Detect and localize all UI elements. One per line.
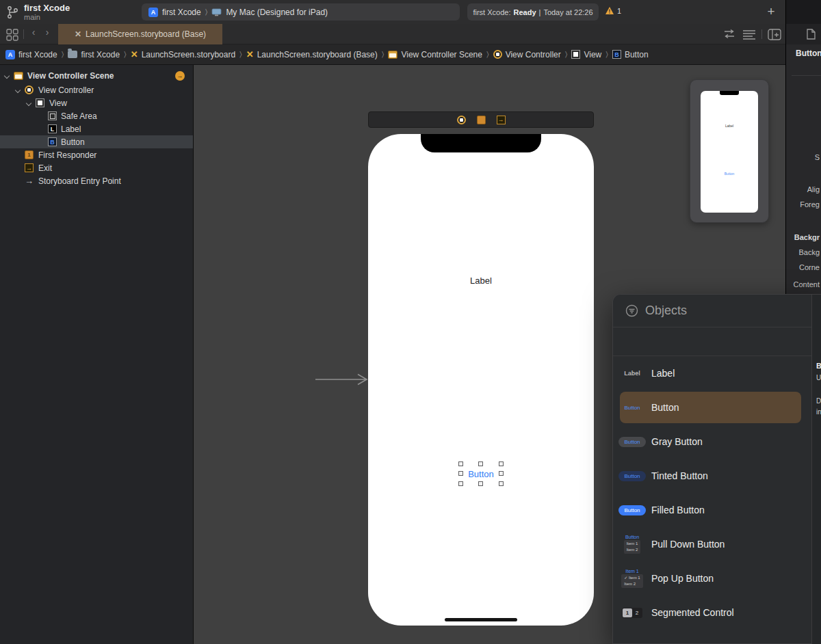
preview-button-text: Button bbox=[701, 172, 758, 176]
detail-subtitle-fragment: U bbox=[816, 374, 821, 381]
label-icon: L bbox=[48, 124, 57, 133]
jumpbar-item-view-controller[interactable]: View Controller bbox=[493, 50, 561, 59]
status-time: Today at 22:26 bbox=[543, 8, 592, 16]
outline-row-view-controller[interactable]: View Controller bbox=[0, 83, 193, 96]
scene-icon bbox=[14, 72, 23, 80]
warning-icon bbox=[605, 6, 614, 15]
jumpbar-item-scene[interactable]: View Controller Scene bbox=[388, 50, 482, 59]
preview-label-text: Label bbox=[701, 124, 758, 128]
view-controller-dock-icon[interactable] bbox=[457, 116, 466, 124]
first-responder-dock-icon[interactable] bbox=[477, 116, 486, 124]
tabbar-divider bbox=[23, 29, 24, 39]
jumpbar-item-storyboard[interactable]: ✕ LaunchScreen.storyboard bbox=[131, 50, 235, 59]
jumpbar-item-button[interactable]: B Button bbox=[612, 50, 649, 59]
disclosure-chevron-icon[interactable] bbox=[26, 100, 31, 106]
jumpbar-separator: 〉 bbox=[124, 50, 127, 59]
warning-badge[interactable]: 1 bbox=[605, 6, 621, 15]
library-item-name: Gray Button bbox=[651, 436, 703, 447]
outline-label: Storyboard Entry Point bbox=[38, 176, 121, 186]
jumpbar-item-project[interactable]: A first Xcode bbox=[5, 50, 57, 59]
outline-row-exit[interactable]: → Exit bbox=[0, 161, 193, 174]
library-item-pull-down-button[interactable]: Button Item 1 Item 2 Pull Down Button bbox=[613, 527, 811, 561]
add-editor-icon[interactable] bbox=[768, 29, 781, 40]
library-item-name: Tinted Button bbox=[651, 470, 708, 481]
inspector-tab-strip bbox=[786, 24, 821, 44]
project-branch-area[interactable]: first Xcode main bbox=[7, 3, 70, 21]
library-item-gray-button[interactable]: Button Gray Button bbox=[613, 425, 811, 459]
library-search-area[interactable] bbox=[613, 327, 811, 356]
jumpbar-item-storyboard-base[interactable]: ✕ LaunchScreen.storyboard (Base) bbox=[246, 50, 378, 59]
scheme-selector[interactable]: A first Xcode 〉 My Mac (Designed for iPa… bbox=[142, 3, 460, 21]
forward-button[interactable]: › bbox=[41, 27, 53, 38]
selection-handle[interactable] bbox=[499, 471, 504, 476]
scheme-target[interactable]: first Xcode bbox=[162, 8, 201, 17]
first-responder-icon: 1 bbox=[25, 150, 34, 159]
exit-icon: → bbox=[25, 163, 34, 172]
library-item-name: Segmented Control bbox=[651, 607, 734, 618]
jumpbar-item-group[interactable]: first Xcode bbox=[68, 50, 120, 59]
scene-icon bbox=[388, 51, 398, 59]
outline-row-safe-area[interactable]: Safe Area bbox=[0, 109, 193, 122]
gray-button-preview-icon: Button bbox=[618, 437, 645, 447]
inspector-field-background: Backg bbox=[798, 248, 820, 256]
tinted-button-preview-icon: Button bbox=[618, 471, 645, 481]
scheme-destination[interactable]: My Mac (Designed for iPad) bbox=[226, 8, 328, 17]
library-item-button[interactable]: Button Button bbox=[613, 390, 811, 425]
pull-down-preview-title: Button bbox=[625, 535, 639, 539]
segment-1: 1 bbox=[623, 608, 632, 617]
filled-button-preview-icon: Button bbox=[618, 505, 645, 515]
back-button[interactable]: ‹ bbox=[27, 27, 40, 38]
outline-row-scene[interactable]: View Controller Scene → bbox=[0, 68, 193, 83]
disclosure-chevron-icon[interactable] bbox=[4, 73, 10, 79]
selection-handle[interactable] bbox=[478, 481, 483, 486]
jumpbar-separator: 〉 bbox=[486, 50, 489, 59]
project-icon: A bbox=[5, 50, 15, 59]
outline-row-entry-point[interactable]: → Storyboard Entry Point bbox=[0, 174, 193, 187]
activity-status: first Xcode: Ready | Today at 22:26 bbox=[467, 3, 599, 21]
outline-row-view[interactable]: View bbox=[0, 96, 193, 109]
selection-handle[interactable] bbox=[478, 461, 483, 466]
code-review-icon[interactable] bbox=[722, 29, 737, 40]
jumpbar-label: LaunchScreen.storyboard (Base) bbox=[257, 50, 378, 59]
device-preview-thumbnail[interactable]: Label Button bbox=[690, 79, 769, 223]
view-controller-icon bbox=[493, 50, 502, 59]
library-item-segmented-control[interactable]: 1 2 Segmented Control bbox=[613, 595, 811, 630]
library-item-label[interactable]: Label Label bbox=[613, 356, 811, 390]
library-item-filled-button[interactable]: Button Filled Button bbox=[613, 493, 811, 527]
jumpbar-label: LaunchScreen.storyboard bbox=[142, 50, 235, 59]
library-item-pop-up-button[interactable]: Item 1 ✓ Item 1 Item 2 Pop Up Button bbox=[613, 561, 811, 595]
selection-handle[interactable] bbox=[458, 471, 463, 476]
storyboard-entry-arrow-icon[interactable] bbox=[314, 373, 370, 386]
selection-handle[interactable] bbox=[499, 461, 504, 466]
outline-label: Safe Area bbox=[61, 111, 97, 121]
canvas-selected-button[interactable]: Button bbox=[457, 460, 505, 487]
pop-up-preview-title: Item 1 bbox=[625, 569, 638, 574]
file-inspector-icon[interactable] bbox=[807, 29, 816, 40]
canvas-label[interactable]: Label bbox=[368, 276, 594, 286]
canvas-button-title[interactable]: Button bbox=[457, 469, 505, 479]
selection-handle[interactable] bbox=[499, 481, 504, 486]
view-controller-device-frame[interactable]: Label Button bbox=[368, 134, 594, 626]
detail-title-fragment: B bbox=[816, 362, 821, 370]
jumpbar-separator: 〉 bbox=[239, 50, 242, 59]
entry-point-badge-icon[interactable]: → bbox=[175, 71, 185, 81]
library-item-tinted-button[interactable]: Button Tinted Button bbox=[613, 459, 811, 493]
selection-handle[interactable] bbox=[458, 461, 463, 466]
tab-launchscreen-storyboard[interactable]: ✕ LaunchScreen.storyboard (Base) bbox=[58, 24, 222, 44]
selection-handle[interactable] bbox=[458, 481, 463, 486]
detail-description-fragment-2: in bbox=[816, 408, 821, 416]
editor-options-icon[interactable] bbox=[742, 29, 756, 40]
filter-icon[interactable] bbox=[625, 304, 638, 317]
tabbar-divider-right bbox=[761, 29, 762, 39]
label-preview-icon: Label bbox=[624, 370, 640, 377]
outline-row-first-responder[interactable]: 1 First Responder bbox=[0, 148, 193, 161]
jumpbar-label: Button bbox=[625, 50, 649, 59]
exit-dock-icon[interactable]: → bbox=[497, 116, 506, 124]
jumpbar-item-view[interactable]: View bbox=[571, 50, 601, 59]
disclosure-chevron-icon[interactable] bbox=[15, 88, 21, 93]
view-controller-icon bbox=[25, 85, 34, 94]
library-add-button[interactable]: + bbox=[762, 3, 780, 21]
related-items-icon[interactable] bbox=[5, 28, 19, 42]
outline-row-button[interactable]: B Button bbox=[0, 135, 193, 148]
outline-row-label[interactable]: L Label bbox=[0, 122, 193, 135]
